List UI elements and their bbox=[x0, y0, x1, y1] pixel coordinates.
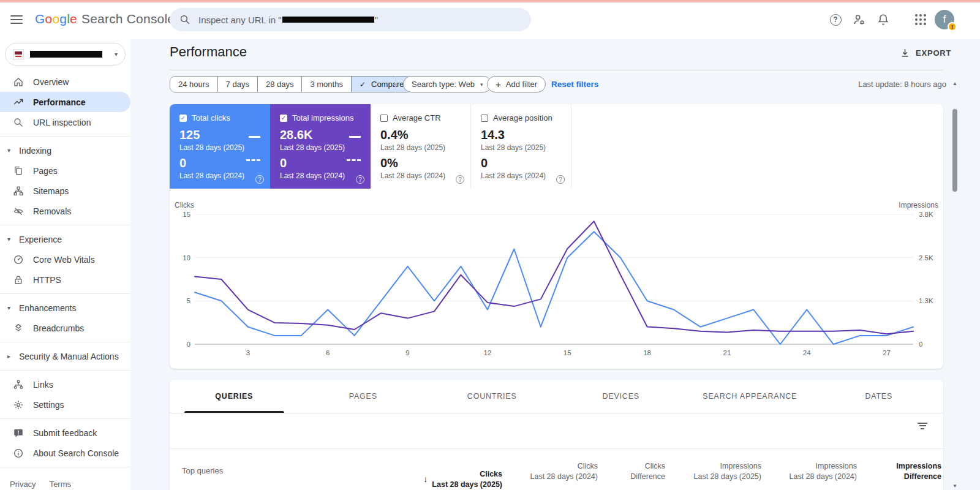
sidebar-item-overview[interactable]: Overview bbox=[0, 72, 130, 92]
speedometer-icon bbox=[13, 254, 24, 265]
sidebar-item-about[interactable]: About Search Console bbox=[0, 443, 130, 463]
checkbox-unchecked[interactable] bbox=[481, 115, 488, 122]
account-alert-badge: ! bbox=[948, 22, 957, 31]
help-icon[interactable]: ? bbox=[456, 175, 464, 184]
metric-tile-average-position[interactable]: Average position 14.3 Last 28 days (2025… bbox=[471, 104, 571, 189]
google-apps-grid-icon[interactable] bbox=[914, 13, 927, 26]
hamburger-menu-icon[interactable] bbox=[10, 15, 23, 24]
help-icon[interactable]: ? bbox=[556, 175, 565, 184]
svg-text:3: 3 bbox=[246, 349, 250, 356]
performance-line-chart[interactable]: 0051.3K102.5K153.8KClicksImpressions3691… bbox=[170, 200, 943, 369]
divider bbox=[0, 370, 130, 371]
download-icon bbox=[900, 48, 910, 58]
column-header-clicks-difference[interactable]: ClicksDifference bbox=[598, 456, 665, 490]
filter-28-days[interactable]: 28 days bbox=[257, 77, 302, 92]
column-header-impressions-2025[interactable]: ImpressionsLast 28 days (2025) bbox=[665, 456, 761, 490]
svg-text:27: 27 bbox=[883, 349, 891, 356]
sidebar-item-label: Pages bbox=[33, 166, 58, 176]
tab-queries[interactable]: QUERIES bbox=[170, 380, 299, 413]
filter-24-hours[interactable]: 24 hours bbox=[170, 77, 217, 92]
notifications-bell-icon[interactable] bbox=[876, 13, 890, 26]
metric-value-2024: 0 bbox=[280, 156, 361, 170]
sidebar-item-submit-feedback[interactable]: Submit feedback bbox=[0, 423, 130, 443]
add-filter-chip[interactable]: + Add filter bbox=[487, 76, 546, 92]
reset-filters-link[interactable]: Reset filters bbox=[551, 80, 598, 89]
sidebar-section-enhancements[interactable]: ▾ Enhancements bbox=[0, 298, 130, 318]
url-inspection-search-input[interactable]: Inspect any URL in " " bbox=[170, 8, 531, 31]
sidebar-section-security[interactable]: ▸ Security & Manual Actions bbox=[0, 346, 130, 366]
sidebar-item-label: Core Web Vitals bbox=[33, 255, 95, 265]
page-title: Performance bbox=[170, 44, 247, 60]
divider bbox=[0, 418, 130, 419]
manage-accounts-icon[interactable] bbox=[853, 13, 866, 26]
metric-value-2024: 0 bbox=[179, 156, 260, 170]
sidebar-item-performance[interactable]: Performance bbox=[0, 92, 130, 112]
privacy-link[interactable]: Privacy bbox=[10, 480, 36, 489]
column-header-clicks-2024[interactable]: ClicksLast 28 days (2024) bbox=[502, 456, 598, 490]
metric-tile-total-clicks[interactable]: ✓Total clicks 125 Last 28 days (2025) 0 … bbox=[170, 104, 270, 189]
filter-7-days[interactable]: 7 days bbox=[217, 77, 257, 92]
window-top-strip bbox=[0, 0, 980, 2]
sidebar-item-https[interactable]: HTTPS bbox=[0, 270, 130, 290]
sidebar-item-label: URL inspection bbox=[33, 118, 91, 127]
sidebar-item-removals[interactable]: Removals bbox=[0, 201, 130, 221]
sidebar-item-url-inspection[interactable]: URL inspection bbox=[0, 112, 130, 132]
checkbox-checked[interactable]: ✓ bbox=[280, 115, 287, 122]
sidebar-item-label: Performance bbox=[33, 97, 86, 107]
account-avatar[interactable]: f ! bbox=[935, 10, 954, 29]
column-header-top-queries[interactable]: Top queries bbox=[182, 456, 423, 490]
export-button[interactable]: EXPORT bbox=[900, 48, 951, 58]
metric-tile-average-ctr[interactable]: Average CTR 0.4% Last 28 days (2025) 0% … bbox=[371, 104, 471, 189]
scrollbar-down-arrow[interactable]: ▼ bbox=[951, 483, 959, 489]
section-label: Enhancements bbox=[19, 303, 76, 313]
help-icon[interactable]: ? bbox=[255, 175, 264, 184]
divider bbox=[0, 225, 130, 225]
help-icon[interactable]: ? bbox=[356, 175, 364, 184]
metric-value-2025: 0.4% bbox=[380, 128, 461, 142]
sidebar-section-experience[interactable]: ▾ Experience bbox=[0, 229, 130, 249]
tab-search-appearance[interactable]: SEARCH APPEARANCE bbox=[685, 380, 815, 413]
app-logo[interactable]: GoogleSearch Console bbox=[35, 12, 175, 26]
property-selector[interactable]: ▾ bbox=[5, 43, 126, 66]
sidebar-item-label: Links bbox=[33, 380, 53, 390]
vertical-scrollbar[interactable]: ▲ ▼ bbox=[951, 80, 959, 489]
table-filter-icon[interactable] bbox=[918, 423, 927, 430]
link-graph-icon bbox=[13, 379, 24, 390]
sidebar-footer: Privacy Terms bbox=[0, 471, 130, 489]
svg-text:15: 15 bbox=[183, 211, 190, 218]
column-header-impressions-difference[interactable]: ImpressionsDifference bbox=[857, 456, 941, 490]
tab-dates[interactable]: DATES bbox=[815, 380, 944, 413]
terms-link[interactable]: Terms bbox=[50, 480, 71, 489]
column-header-clicks-2025[interactable]: ↓ ClicksLast 28 days (2025) bbox=[423, 456, 502, 490]
divider bbox=[0, 293, 130, 294]
sidebar-item-settings[interactable]: Settings bbox=[0, 394, 130, 415]
tab-devices[interactable]: DEVICES bbox=[557, 380, 686, 413]
logo-letter: g bbox=[59, 12, 67, 26]
sidebar-item-sitemaps[interactable]: Sitemaps bbox=[0, 181, 130, 201]
sidebar-item-links[interactable]: Links bbox=[0, 374, 130, 394]
checkbox-unchecked[interactable] bbox=[380, 115, 388, 122]
checkbox-checked[interactable]: ✓ bbox=[179, 115, 187, 122]
caret-down-icon: ▾ bbox=[7, 304, 17, 311]
search-type-filter-chip[interactable]: Search type: Web ▾ bbox=[403, 76, 492, 92]
column-header-impressions-2024[interactable]: ImpressionsLast 28 days (2024) bbox=[761, 456, 857, 490]
sidebar-section-indexing[interactable]: ▾ Indexing bbox=[0, 140, 130, 160]
filter-3-months[interactable]: 3 months bbox=[301, 77, 350, 92]
help-icon[interactable]: ? bbox=[829, 13, 842, 26]
scrollbar-up-arrow[interactable]: ▲ bbox=[951, 81, 959, 86]
svg-text:Clicks: Clicks bbox=[175, 201, 194, 209]
sidebar-item-pages[interactable]: Pages bbox=[0, 160, 130, 181]
sidebar-item-label: About Search Console bbox=[33, 448, 119, 458]
tab-pages[interactable]: PAGES bbox=[299, 380, 428, 413]
scrollbar-thumb[interactable] bbox=[952, 109, 957, 192]
sidebar-item-breadcrumbs[interactable]: Breadcrumbs bbox=[0, 318, 130, 338]
logo-letter: o bbox=[45, 12, 53, 26]
tab-countries[interactable]: COUNTRIES bbox=[428, 380, 557, 413]
search-icon bbox=[179, 14, 190, 25]
metric-tile-total-impressions[interactable]: ✓Total impressions 28.6K Last 28 days (2… bbox=[270, 104, 371, 189]
dashed-line-legend-icon bbox=[246, 159, 260, 161]
svg-text:9: 9 bbox=[405, 349, 409, 356]
sidebar-item-core-web-vitals[interactable]: Core Web Vitals bbox=[0, 249, 130, 270]
eye-off-icon bbox=[13, 206, 24, 217]
divider bbox=[0, 467, 130, 467]
